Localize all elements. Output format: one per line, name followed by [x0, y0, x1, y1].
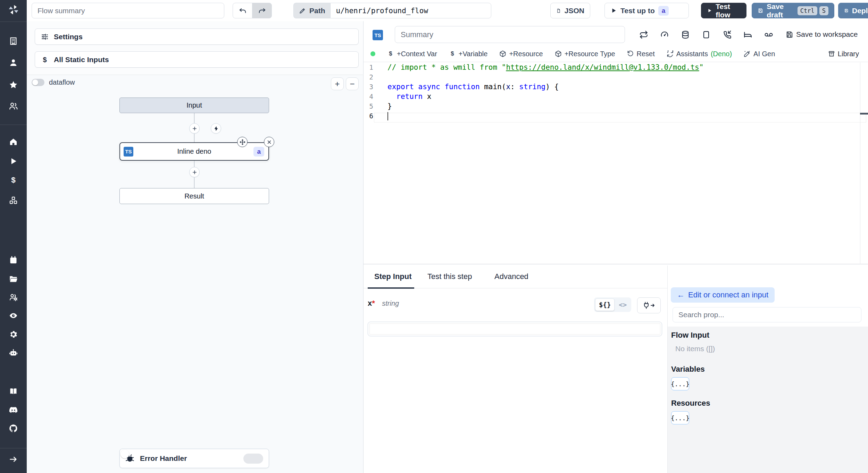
sidebar-item-folder[interactable] — [6, 271, 21, 286]
search-prop-input[interactable] — [673, 307, 861, 322]
summary-input[interactable] — [395, 26, 625, 43]
sidebar-item-gear[interactable] — [6, 327, 21, 342]
test-up-to-label: Test up to — [620, 7, 655, 15]
code-lines[interactable]: 1// import * as wmill from "https://deno… — [364, 62, 860, 121]
deploy-button[interactable]: Deploy — [838, 3, 868, 18]
tab-advanced[interactable]: Advanced — [494, 272, 528, 281]
redo-icon — [258, 6, 267, 15]
path-input[interactable] — [330, 3, 491, 18]
sidebar-item-cubes[interactable] — [6, 193, 21, 208]
topbar: Path JSON Test up to a Test flow Save dr… — [27, 0, 868, 22]
windmill-logo[interactable] — [6, 2, 21, 17]
sidebar-item-bot[interactable] — [6, 345, 21, 360]
ai-gen-button[interactable]: AI Gen — [744, 50, 775, 58]
connect-input-button[interactable] — [637, 297, 661, 313]
save-draft-button[interactable]: Save draft Ctrl S — [752, 3, 834, 18]
sidebar-item-users[interactable] — [6, 98, 21, 113]
sidebar-item-github[interactable] — [6, 421, 21, 436]
dataflow-label: dataflow — [49, 78, 75, 86]
add-variable-button[interactable]: +Variable — [449, 50, 488, 58]
test-up-to-button[interactable]: Test up to a — [604, 3, 689, 18]
json-button[interactable]: JSON — [550, 3, 590, 18]
flow-edge — [194, 113, 194, 124]
tab-test-this-step[interactable]: Test this step — [427, 272, 472, 281]
move-step-button[interactable] — [237, 137, 248, 147]
tab-step-input[interactable]: Step Input — [374, 272, 412, 281]
test-up-to-step-badge: a — [658, 6, 669, 16]
arg-value-editor[interactable] — [368, 322, 662, 336]
code-mode-button[interactable]: <> — [615, 299, 630, 311]
sidebar-item-calendar[interactable] — [6, 252, 21, 268]
sidebar-item-discord[interactable] — [6, 402, 21, 417]
arg-type: string — [382, 299, 399, 307]
square-icon[interactable] — [702, 30, 711, 39]
bed-icon[interactable] — [743, 30, 752, 39]
play-icon — [610, 7, 617, 14]
library-button[interactable]: Library — [828, 50, 859, 58]
edit-or-connect-button[interactable]: ← Edit or connect an input — [671, 287, 775, 303]
delete-step-button[interactable] — [264, 137, 274, 147]
refresh-icon — [667, 50, 674, 57]
error-handler-label: Error Handler — [140, 454, 187, 463]
sidebar-item-eye[interactable] — [6, 308, 21, 323]
flow-node-input[interactable]: Input — [119, 98, 269, 113]
undo-button[interactable] — [233, 3, 252, 18]
path-edit-button[interactable]: Path — [293, 3, 330, 18]
all-static-inputs-button[interactable]: All Static Inputs — [35, 51, 359, 68]
code-line[interactable]: 1// import * as wmill from "https://deno… — [364, 62, 860, 72]
dataflow-toggle[interactable] — [32, 79, 44, 86]
line-number: 3 — [364, 82, 373, 92]
sidebar-item-home[interactable] — [6, 134, 21, 149]
file-json-icon — [556, 7, 561, 15]
error-handler-toggle[interactable] — [243, 454, 263, 464]
sidebar-item-users-gear[interactable] — [6, 289, 21, 305]
code-line[interactable]: 6 — [364, 111, 860, 121]
add-resource-type-button[interactable]: +Resource Type — [555, 50, 615, 58]
arg-label-row: x* string — [368, 299, 399, 308]
add-resource-type-label: +Resource Type — [565, 50, 615, 58]
database-icon[interactable] — [681, 30, 690, 39]
repeat-icon[interactable] — [639, 30, 648, 39]
sidebar-item-play[interactable] — [6, 153, 21, 169]
code-line[interactable]: 4 return x — [364, 92, 860, 101]
assistants-button[interactable]: Assistants (Deno) — [667, 50, 732, 58]
redo-button[interactable] — [252, 3, 272, 18]
add-resource-button[interactable]: +Resource — [499, 50, 543, 58]
sidebar-item-book[interactable] — [6, 383, 21, 399]
play-icon — [707, 7, 712, 14]
template-mode-button[interactable]: ${} — [595, 298, 615, 311]
sidebar-item-star[interactable] — [6, 77, 21, 92]
add-context-var-button[interactable]: +Context Var — [387, 50, 437, 58]
code-line[interactable]: 2 — [364, 72, 860, 82]
path-label: Path — [309, 7, 325, 15]
step-settings-iconbar — [639, 30, 773, 39]
resources-chip[interactable]: {...} — [671, 411, 689, 424]
insert-step-button[interactable] — [189, 123, 200, 134]
gauge-icon[interactable] — [660, 30, 669, 39]
voicemail-icon[interactable] — [764, 30, 773, 39]
code-line[interactable]: 5} — [364, 101, 860, 111]
save-to-workspace-label: Save to workspace — [796, 30, 858, 39]
sidebar-item-building[interactable] — [6, 33, 21, 49]
sidebar-item-dollar[interactable] — [6, 172, 21, 187]
test-flow-button[interactable]: Test flow — [701, 3, 746, 18]
flow-node-step-selected[interactable]: TS Inline deno a — [119, 142, 269, 161]
settings-button[interactable]: Settings — [35, 28, 359, 45]
error-handler-box[interactable]: Error Handler — [119, 449, 269, 468]
variables-chip[interactable]: {...} — [671, 377, 689, 390]
save-to-workspace-button[interactable]: Save to workspace — [785, 30, 858, 39]
trigger-bolt-button[interactable] — [211, 123, 221, 134]
sidebar-item-arrow-right[interactable] — [6, 451, 21, 467]
reset-button[interactable]: Reset — [627, 50, 655, 58]
code-line[interactable]: 3export async function main(x: string) { — [364, 82, 860, 92]
zoom-in-button[interactable]: + — [331, 77, 344, 90]
sidebar-item-user[interactable] — [6, 55, 21, 70]
sidebar-divider — [0, 125, 27, 125]
text-cursor — [387, 112, 388, 120]
phone-incoming-icon[interactable] — [723, 30, 732, 39]
flow-summary-input[interactable] — [32, 3, 224, 18]
flow-canvas[interactable] — [27, 75, 363, 473]
zoom-out-button[interactable]: − — [346, 77, 359, 90]
flow-node-result[interactable]: Result — [119, 188, 269, 204]
insert-step-button[interactable] — [189, 167, 200, 177]
